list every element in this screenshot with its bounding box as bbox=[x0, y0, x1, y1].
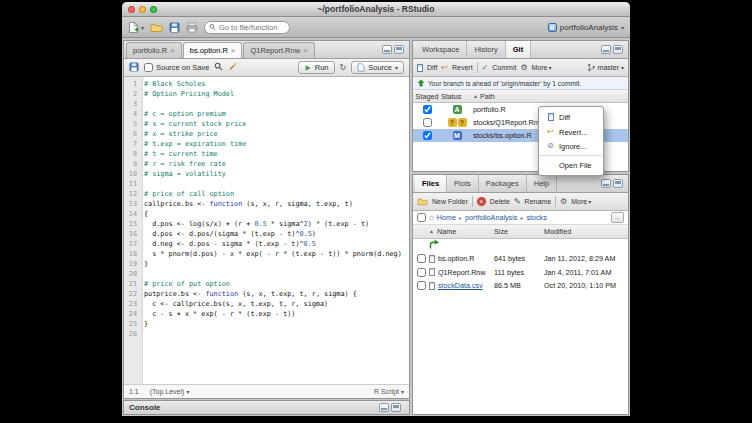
new-file-button[interactable]: ▾ bbox=[128, 21, 144, 34]
file-row[interactable]: Q1Report.Rnw111 bytesJan 4, 2011, 7:01 A… bbox=[413, 266, 628, 280]
new-folder-button[interactable]: New Folder bbox=[417, 197, 468, 206]
source-tab-portfolio-r[interactable]: portfolio.R× bbox=[126, 42, 182, 58]
git-more-button[interactable]: ⚙ More▾ bbox=[520, 63, 551, 72]
cursor-position[interactable]: 1:1 bbox=[129, 388, 139, 395]
source-file-icon bbox=[357, 63, 365, 72]
staged-checkbox[interactable] bbox=[423, 131, 432, 140]
goto-file-input[interactable] bbox=[219, 23, 285, 32]
rerun-button[interactable]: ↻ bbox=[340, 63, 347, 72]
source-on-save-checkbox[interactable] bbox=[144, 63, 153, 72]
staged-checkbox[interactable] bbox=[423, 105, 432, 114]
maximize-pane-button[interactable] bbox=[613, 45, 623, 54]
parent-directory-row[interactable] bbox=[413, 239, 628, 253]
maximize-pane-button[interactable] bbox=[391, 403, 401, 412]
zoom-window-button[interactable] bbox=[150, 6, 157, 13]
find-replace-button[interactable] bbox=[214, 62, 223, 73]
source-button[interactable]: Source ▾ bbox=[351, 61, 404, 74]
window-titlebar[interactable]: ~/portfolioAnalysis - RStudio bbox=[122, 2, 630, 17]
branch-selector[interactable]: master ▾ bbox=[587, 63, 624, 72]
context-menu-item-revert[interactable]: ↩Revert... bbox=[539, 125, 603, 139]
column-header-size[interactable]: Size bbox=[494, 227, 544, 236]
maximize-pane-button[interactable] bbox=[613, 179, 623, 188]
workspace-tab-workspace[interactable]: Workspace bbox=[415, 41, 467, 58]
open-folder-icon bbox=[150, 22, 163, 33]
filetype-selector[interactable]: R Script ▾ bbox=[374, 388, 404, 395]
files-tab-packages[interactable]: Packages bbox=[479, 175, 527, 192]
commit-button[interactable]: ✓ Commit bbox=[482, 63, 517, 72]
context-menu-item-ignore[interactable]: ⊘Ignore... bbox=[539, 139, 603, 153]
code-editor[interactable]: 1# Black Scholes2# Option Pricing Model3… bbox=[124, 77, 409, 384]
files-more-button[interactable]: ⚙ More▾ bbox=[560, 197, 591, 206]
breadcrumb-home[interactable]: Home bbox=[437, 213, 456, 222]
source-tab-bs-option-r[interactable]: bs.option.R× bbox=[183, 42, 243, 58]
file-modified: Oct 20, 2010, 1:10 PM bbox=[544, 281, 628, 290]
minimize-pane-button[interactable] bbox=[601, 45, 611, 54]
column-header-status[interactable]: Status bbox=[441, 92, 473, 101]
minimize-pane-button[interactable] bbox=[379, 403, 389, 412]
files-table-header[interactable]: ▲ Name Size Modified bbox=[413, 225, 628, 239]
column-header-path[interactable]: ▲ Path bbox=[473, 92, 628, 101]
files-tab-help[interactable]: Help bbox=[527, 175, 557, 192]
column-header-staged[interactable]: Staged bbox=[413, 92, 441, 101]
goto-file-search[interactable] bbox=[204, 21, 290, 34]
maximize-pane-button[interactable] bbox=[394, 45, 404, 54]
print-button[interactable] bbox=[186, 22, 198, 33]
git-pane-tabbar: WorkspaceHistoryGit bbox=[413, 41, 628, 59]
file-name[interactable]: Q1Report.Rnw bbox=[438, 268, 486, 277]
workspace-tab-history[interactable]: History bbox=[467, 41, 505, 58]
minimize-pane-button[interactable] bbox=[382, 45, 392, 54]
git-table-header[interactable]: Staged Status ▲ Path bbox=[413, 90, 628, 103]
save-file-button[interactable] bbox=[129, 62, 139, 74]
staged-checkbox[interactable] bbox=[423, 118, 432, 127]
line-number: 12 bbox=[124, 189, 140, 199]
close-window-button[interactable] bbox=[128, 6, 135, 13]
file-select-checkbox[interactable] bbox=[417, 268, 426, 277]
save-button[interactable] bbox=[169, 22, 180, 33]
workspace-tab-git[interactable]: Git bbox=[506, 41, 531, 58]
diff-button[interactable]: Diff bbox=[417, 64, 437, 72]
tab-label: portfolio.R bbox=[133, 46, 167, 55]
select-all-checkbox[interactable] bbox=[417, 213, 426, 222]
code-text: # price of put option bbox=[140, 279, 230, 289]
breadcrumb-trail: Home▸portfolioAnalysis▸stocks bbox=[437, 213, 547, 222]
project-selector[interactable]: R portfolioAnalysis ▾ bbox=[548, 23, 624, 32]
line-number: 23 bbox=[124, 299, 140, 309]
close-tab-icon[interactable]: × bbox=[303, 46, 308, 55]
git-status-badge: M bbox=[453, 131, 462, 140]
revert-button[interactable]: ↩ Revert bbox=[441, 63, 472, 72]
close-tab-icon[interactable]: × bbox=[231, 46, 236, 55]
source-tab-q1report-rnw[interactable]: Q1Report.Rnw× bbox=[243, 42, 314, 58]
file-name[interactable]: bs.option.R bbox=[438, 254, 474, 263]
context-menu-item-open-file[interactable]: Open File bbox=[539, 158, 603, 172]
close-tab-icon[interactable]: × bbox=[170, 46, 175, 55]
more-dropdown-icon: ▾ bbox=[548, 64, 551, 71]
file-select-checkbox[interactable] bbox=[417, 281, 426, 290]
column-header-name[interactable]: ▲ Name bbox=[429, 227, 494, 236]
scope-selector[interactable]: (Top Level) ▾ bbox=[150, 388, 190, 395]
new-file-dropdown-icon[interactable]: ▾ bbox=[141, 24, 144, 31]
run-button[interactable]: Run bbox=[298, 61, 335, 74]
desktop-background: ~/portfolioAnalysis - RStudio ▾ R bbox=[0, 0, 752, 423]
code-tools-button[interactable] bbox=[228, 62, 237, 73]
open-file-button[interactable] bbox=[150, 22, 163, 33]
file-row[interactable]: bs.option.R641 bytesJan 11, 2012, 8:29 A… bbox=[413, 252, 628, 266]
file-row[interactable]: stockData.csv86.5 MBOct 20, 2010, 1:10 P… bbox=[413, 279, 628, 293]
file-name[interactable]: stockData.csv bbox=[438, 281, 483, 290]
console-pane-header[interactable]: Console bbox=[123, 400, 410, 415]
context-menu-item-diff[interactable]: Diff bbox=[539, 110, 603, 125]
new-folder-icon bbox=[417, 197, 428, 206]
revert-icon: ↩ bbox=[546, 128, 555, 136]
go-to-directory-button[interactable]: ... bbox=[611, 212, 624, 223]
gear-icon: ⚙ bbox=[560, 197, 567, 206]
files-tab-plots[interactable]: Plots bbox=[447, 175, 479, 192]
files-tab-files[interactable]: Files bbox=[415, 175, 447, 192]
file-select-checkbox[interactable] bbox=[417, 254, 426, 263]
delete-button[interactable]: × Delete bbox=[477, 197, 510, 206]
source-on-save-toggle[interactable]: Source on Save bbox=[144, 63, 209, 72]
minimize-window-button[interactable] bbox=[139, 6, 146, 13]
minimize-pane-button[interactable] bbox=[601, 179, 611, 188]
breadcrumb-stocks[interactable]: stocks bbox=[526, 213, 546, 222]
column-header-modified[interactable]: Modified bbox=[544, 227, 628, 236]
breadcrumb-portfolioanalysis[interactable]: portfolioAnalysis bbox=[465, 213, 517, 222]
rename-button[interactable]: ✎ Rename bbox=[514, 197, 551, 206]
